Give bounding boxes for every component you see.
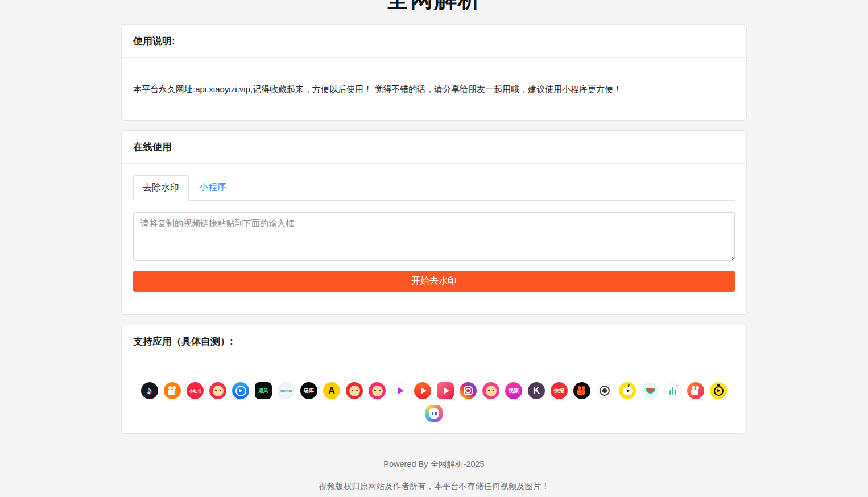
usage-card: 使用说明: 本平台永久网址:api.xiaoyizi.vip,记得收藏起来，方便… [121,24,747,121]
usage-card-header: 使用说明: [122,25,746,58]
app-icon-instagram [460,382,477,399]
app-icon-video-text: 视频 [505,382,522,399]
app-icon-haokan [391,382,408,399]
app-icon-kuaibao: 快报 [551,382,568,399]
supported-apps-card: 支持应用（具体自测）: ♪小红书避风bilibili场库A视频K快报 [121,325,747,434]
apps-card-body: ♪小红书避风bilibili场库A视频K快报 [122,358,746,433]
app-icon-xiaohongshu: 小红书 [187,382,204,399]
video-link-input[interactable] [133,212,735,261]
app-icon-teal-bowl [642,382,659,399]
usage-text: 本平台永久网址:api.xiaoyizi.vip,记得收藏起来，方便以后使用！ … [133,84,735,95]
powered-by: Powered By 全网解析-2025 [0,459,868,470]
tab-mini-program[interactable]: 小程序 [189,175,237,201]
start-remove-watermark-button[interactable]: 开始去水印 [133,271,735,292]
app-icon-laughing-face [482,382,499,399]
copyright: 视频版权归原网站及作者所有，本平台不存储任何视频及图片！ [0,481,868,492]
app-icon-kuaishou [164,382,181,399]
app-icon-changku: 场库 [300,382,317,399]
tab-remove-watermark[interactable]: 去除水印 [133,175,189,201]
page-title: 全网解析 [0,0,868,10]
online-card-body: 去除水印 小程序 开始去水印 [122,164,746,314]
app-icon-cactus [664,382,681,399]
online-card-header: 在线使用 [122,131,746,164]
app-icon-weishi [437,382,454,399]
tab-bar: 去除水印 小程序 [133,175,735,201]
app-icon-eye [596,382,613,399]
app-icon-youku [232,382,249,399]
app-icon-pipixia [369,382,386,399]
online-use-card: 在线使用 去除水印 小程序 开始去水印 [121,130,747,315]
footer: Powered By 全网解析-2025 视频版权归原网站及作者所有，本平台不存… [0,459,868,497]
app-icon-momo-bubble [425,405,443,422]
app-icon-acfun: A [323,382,340,399]
app-icon-bilibili: bilibili [278,382,295,399]
app-icon-miaopai-stopwatch [710,382,727,399]
app-icons: ♪小红书避风bilibili场库A视频K快报 [133,382,735,422]
app-icon-dark-camcorder [573,382,590,399]
app-icon-douyin: ♪ [141,382,158,399]
app-icon-huoshan [414,382,431,399]
page: 全网解析 使用说明: 本平台永久网址:api.xiaoyizi.vip,记得收藏… [0,0,868,497]
main-container: 使用说明: 本平台永久网址:api.xiaoyizi.vip,记得收藏起来，方便… [121,24,747,434]
app-icon-anime-girl [209,382,226,399]
app-icon-gradient-camcorder [687,382,704,399]
app-icon-k-letter: K [528,382,545,399]
usage-card-body: 本平台永久网址:api.xiaoyizi.vip,记得收藏起来，方便以后使用！ … [122,58,746,120]
app-icon-bifeng: 避风 [255,382,272,399]
apps-card-header: 支持应用（具体自测）: [122,325,746,358]
app-icon-monkey [346,382,363,399]
app-icon-pear-video [619,382,636,399]
